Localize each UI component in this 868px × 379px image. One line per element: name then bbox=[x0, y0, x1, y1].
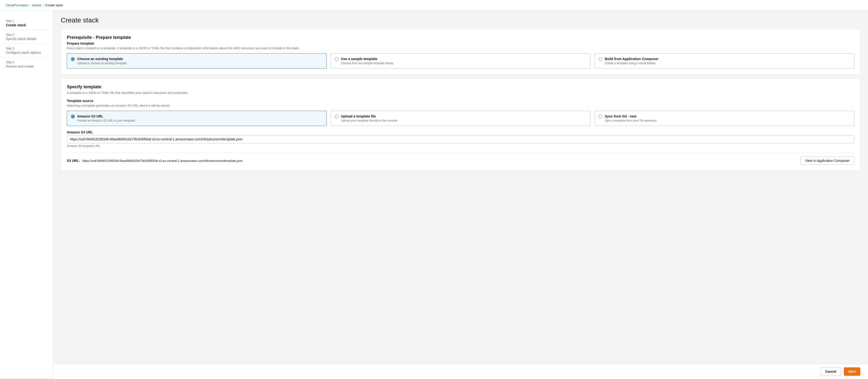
sidebar-step-4: Step 4 Review and create bbox=[0, 58, 53, 71]
option-s3-url-text: Amazon S3 URL Provide an Amazon S3 URL t… bbox=[77, 114, 135, 122]
option-sync-git[interactable]: Sync from Git - new Sync a template from… bbox=[594, 111, 854, 126]
option-sync-git-title: Sync from Git - new bbox=[605, 114, 657, 118]
option-upload-file-title: Upload a template file bbox=[341, 114, 398, 118]
amazon-s3-url-input[interactable] bbox=[67, 135, 854, 143]
sidebar-step-1-label: Create stack bbox=[6, 23, 47, 27]
cancel-button[interactable]: Cancel bbox=[821, 368, 841, 376]
option-application-composer-desc: Create a template using a visual builder… bbox=[605, 62, 659, 65]
option-s3-url-desc: Provide an Amazon S3 URL to your templat… bbox=[77, 119, 135, 122]
breadcrumb: CloudFormation › Stacks › Create stack bbox=[0, 0, 868, 11]
template-source-options: Amazon S3 URL Provide an Amazon S3 URL t… bbox=[67, 111, 854, 126]
prerequisite-card: Prerequisite - Prepare template Prepare … bbox=[61, 29, 860, 74]
option-application-composer[interactable]: Build from Application Composer Create a… bbox=[594, 53, 854, 68]
main-layout: Step 1 Create stack Step 2 Specify stack… bbox=[0, 11, 868, 378]
option-upload-file-text: Upload a template file Upload your templ… bbox=[341, 114, 398, 122]
sidebar-step-1: Step 1 Create stack bbox=[0, 17, 53, 30]
s3-url-display-label: S3 URL: bbox=[67, 159, 80, 163]
radio-sync-git bbox=[598, 115, 602, 119]
sidebar-step-4-label: Review and create bbox=[6, 64, 47, 68]
option-sample-template-desc: Choose from our sample template library. bbox=[341, 62, 394, 65]
amazon-s3-url-hint: Amazon S3 template URL bbox=[67, 144, 854, 148]
s3-url-display-value: https://cell-664915299348-6faa48d5610e73… bbox=[82, 159, 243, 163]
specify-template-card: Specify template A template is a JSON or… bbox=[61, 78, 860, 171]
specify-template-desc: A template is a JSON or YAML file that d… bbox=[67, 91, 854, 95]
sidebar: Step 1 Create stack Step 2 Specify stack… bbox=[0, 11, 53, 378]
prepare-template-label: Prepare template bbox=[67, 41, 854, 45]
sidebar-step-1-number: Step 1 bbox=[6, 19, 47, 23]
option-sample-template-title: Use a sample template bbox=[341, 57, 394, 61]
prepare-template-desc: Every stack is based on a template. A te… bbox=[67, 46, 854, 50]
option-application-composer-text: Build from Application Composer Create a… bbox=[605, 57, 659, 65]
sidebar-step-3-number: Step 3 bbox=[6, 47, 47, 50]
s3-url-display-row: S3 URL: https://cell-664915299348-6faa48… bbox=[67, 153, 854, 165]
breadcrumb-current: Create stack bbox=[45, 3, 63, 7]
option-existing-template-desc: Upload or choose an existing template. bbox=[77, 62, 127, 65]
template-type-options: Choose an existing template Upload or ch… bbox=[67, 53, 854, 68]
page-title: Create stack bbox=[61, 17, 860, 24]
option-existing-template-title: Choose an existing template bbox=[77, 57, 127, 61]
s3-url-display: S3 URL: https://cell-664915299348-6faa48… bbox=[67, 159, 243, 163]
breadcrumb-sep-1: › bbox=[30, 4, 31, 7]
option-application-composer-title: Build from Application Composer bbox=[605, 57, 659, 61]
radio-application-composer bbox=[598, 57, 602, 61]
option-upload-file-desc: Upload your template directly to the con… bbox=[341, 119, 398, 122]
sidebar-step-3: Step 3 Configure stack options bbox=[0, 44, 53, 58]
sidebar-step-3-label: Configure stack options bbox=[6, 51, 47, 55]
main-content: Create stack Prerequisite - Prepare temp… bbox=[53, 11, 868, 378]
sidebar-step-2-number: Step 2 bbox=[6, 33, 47, 36]
sidebar-step-2-label: Specify stack details bbox=[6, 37, 47, 41]
breadcrumb-stacks[interactable]: Stacks bbox=[32, 3, 41, 7]
radio-upload-file bbox=[335, 115, 338, 119]
option-s3-url-title: Amazon S3 URL bbox=[77, 114, 135, 118]
option-sync-git-text: Sync from Git - new Sync a template from… bbox=[605, 114, 657, 122]
option-sample-template[interactable]: Use a sample template Choose from our sa… bbox=[331, 53, 590, 68]
option-existing-template-text: Choose an existing template Upload or ch… bbox=[77, 57, 127, 65]
specify-template-title: Specify template bbox=[67, 85, 854, 90]
option-existing-template[interactable]: Choose an existing template Upload or ch… bbox=[67, 53, 327, 68]
option-sample-template-text: Use a sample template Choose from our sa… bbox=[341, 57, 394, 65]
sidebar-step-4-number: Step 4 bbox=[6, 61, 47, 64]
template-source-hint: Selecting a template generates an Amazon… bbox=[67, 104, 854, 107]
radio-s3-url bbox=[71, 115, 75, 119]
breadcrumb-sep-2: › bbox=[43, 4, 44, 7]
option-sync-git-desc: Sync a template from your Git repository… bbox=[605, 119, 657, 122]
sidebar-step-2: Step 2 Specify stack details bbox=[0, 30, 53, 44]
footer: Cancel Next bbox=[53, 364, 868, 379]
view-in-application-composer-button[interactable]: View in Application Composer bbox=[801, 157, 854, 165]
template-source-label: Template source bbox=[67, 99, 854, 103]
next-button[interactable]: Next bbox=[844, 368, 860, 376]
radio-sample-template bbox=[335, 57, 338, 61]
option-s3-url[interactable]: Amazon S3 URL Provide an Amazon S3 URL t… bbox=[67, 111, 327, 126]
prerequisite-title: Prerequisite - Prepare template bbox=[67, 35, 854, 40]
amazon-s3-url-label: Amazon S3 URL bbox=[67, 130, 854, 134]
option-upload-file[interactable]: Upload a template file Upload your templ… bbox=[331, 111, 590, 126]
breadcrumb-cloudformation[interactable]: CloudFormation bbox=[6, 3, 28, 7]
radio-existing-template bbox=[71, 57, 75, 61]
